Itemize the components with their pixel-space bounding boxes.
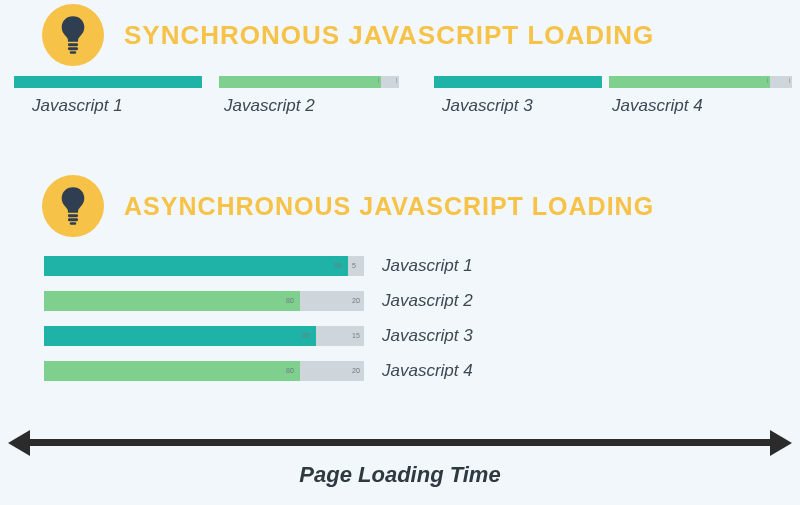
svg-rect-1 [68, 47, 78, 50]
sync-bar-label: Javascript 1 [32, 96, 123, 116]
svg-rect-4 [68, 218, 78, 221]
lightbulb-icon [42, 4, 104, 66]
svg-rect-5 [70, 222, 76, 224]
bar-fill [609, 76, 770, 88]
async-bar-row: 955Javascript 1 [44, 256, 744, 276]
bar-fill [44, 291, 300, 311]
bar-pct-fill: 95 [334, 262, 342, 269]
bar-track: 8515 [44, 326, 364, 346]
sync-bar: || [219, 76, 399, 88]
bar-pct-rest: 5 [352, 262, 356, 269]
sync-bar: || [609, 76, 792, 88]
bar-fill [434, 76, 602, 88]
bar-fill [14, 76, 202, 88]
async-bars: 955Javascript 18020Javascript 28515Javas… [44, 256, 744, 396]
bar-pct-fill: 85 [302, 332, 310, 339]
sync-header: SYNCHRONOUS JAVASCRIPT LOADING [42, 4, 654, 66]
sync-bar [434, 76, 602, 88]
bar-track: 955 [44, 256, 364, 276]
bar-fill [44, 361, 300, 381]
bar-fill [219, 76, 381, 88]
sync-title: SYNCHRONOUS JAVASCRIPT LOADING [124, 20, 654, 51]
svg-rect-2 [70, 51, 76, 53]
async-bar-row: 8515Javascript 3 [44, 326, 744, 346]
svg-rect-0 [68, 43, 78, 46]
bar-track: 8020 [44, 361, 364, 381]
axis-line [26, 439, 774, 446]
time-axis [8, 430, 792, 456]
sync-bar-label: Javascript 3 [442, 96, 533, 116]
bar-fill [44, 326, 316, 346]
arrow-right-icon [770, 430, 792, 456]
async-bar-row: 8020Javascript 2 [44, 291, 744, 311]
bar-fill [44, 256, 348, 276]
svg-rect-3 [68, 214, 78, 217]
bar-pct-fill: 80 [286, 297, 294, 304]
async-bar-label: Javascript 1 [382, 256, 473, 276]
bar-remainder [348, 256, 364, 276]
bar-pct-rest: 15 [352, 332, 360, 339]
sync-bar [14, 76, 202, 88]
bar-pct-fill: 80 [286, 367, 294, 374]
bar-pct-rest: 20 [352, 297, 360, 304]
async-bar-label: Javascript 4 [382, 361, 473, 381]
axis-label: Page Loading Time [0, 462, 800, 488]
bar-pct-rest: 20 [352, 367, 360, 374]
async-title: ASYNCHRONOUS JAVASCRIPT LOADING [124, 192, 654, 221]
async-header: ASYNCHRONOUS JAVASCRIPT LOADING [42, 175, 654, 237]
async-bar-row: 8020Javascript 4 [44, 361, 744, 381]
lightbulb-icon [42, 175, 104, 237]
async-bar-label: Javascript 3 [382, 326, 473, 346]
bar-track: 8020 [44, 291, 364, 311]
async-bar-label: Javascript 2 [382, 291, 473, 311]
sync-bar-label: Javascript 2 [224, 96, 315, 116]
sync-bar-label: Javascript 4 [612, 96, 703, 116]
